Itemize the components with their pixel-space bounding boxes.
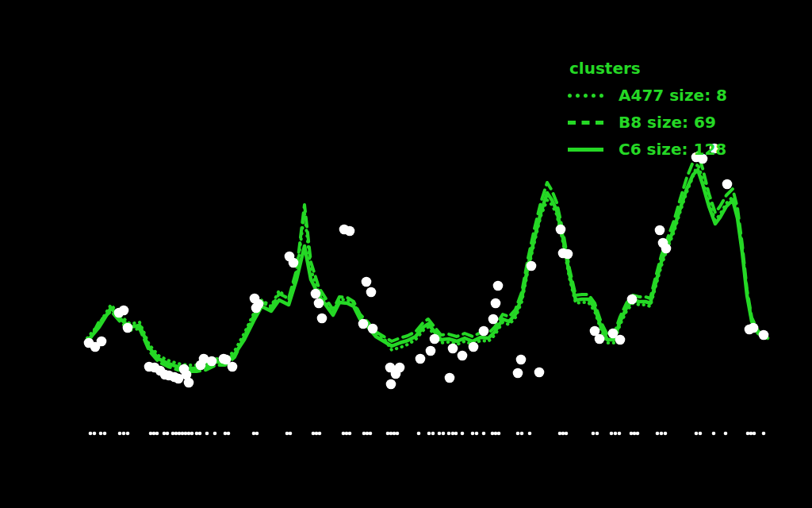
scatter-point [556, 225, 566, 235]
rug-dot [289, 432, 293, 436]
legend-label-c6: C6 size: 128 [619, 140, 726, 159]
scatter-point [184, 378, 194, 388]
rug-dot [610, 432, 614, 436]
rug-dot [528, 432, 532, 436]
rug-dot [312, 432, 316, 436]
solid-line-sample [568, 148, 603, 152]
scatter-point [317, 314, 327, 324]
rug-dot [475, 432, 479, 436]
rug-dot [178, 432, 182, 436]
rug-dot [362, 432, 366, 436]
scatter-point [563, 249, 573, 260]
scatter-point [97, 337, 107, 347]
rug-dot [454, 432, 458, 436]
rug-dot [369, 432, 373, 436]
legend-item-b8: B8 size: 69 [568, 109, 727, 136]
scatter-point [534, 368, 545, 378]
rug-dot [438, 432, 442, 436]
legend-label-a477: A477 size: 8 [619, 86, 727, 105]
rug-dot [656, 432, 660, 436]
rug-dot [342, 432, 346, 436]
scatter-point [527, 261, 537, 271]
rug-dot [366, 432, 370, 436]
rug-dot [762, 432, 766, 436]
rug-dot [155, 432, 159, 436]
rug-dot [753, 432, 756, 436]
scatter-point [366, 287, 377, 298]
rug-dot [497, 432, 501, 436]
rug-dot [520, 432, 524, 436]
scatter-point [655, 225, 665, 236]
rug-dot [396, 432, 400, 436]
series-line-a477 [87, 164, 764, 365]
scatter-point [314, 298, 324, 309]
rug-dot [592, 432, 596, 436]
scatter-point [416, 354, 426, 364]
rug-dot [103, 432, 107, 436]
scatter-point [123, 323, 133, 333]
scatter-point [491, 298, 501, 309]
scatter-point [479, 326, 489, 337]
rug-dot [695, 432, 699, 436]
scatter-point [627, 294, 638, 305]
rug-dot [618, 432, 622, 436]
rug-dot [315, 432, 319, 436]
rug-dot [746, 432, 750, 436]
legend-item-c6: C6 size: 128 [568, 136, 727, 163]
rug-dot [461, 432, 465, 436]
legend-item-a477: A477 size: 8 [568, 82, 727, 109]
scatter-point [345, 226, 355, 237]
legend: clusters A477 size: 8 B8 size: 69 C6 siz… [568, 59, 727, 163]
series-line-c6 [87, 170, 768, 368]
rug-dot [181, 432, 185, 436]
scatter-point [488, 314, 499, 325]
rug-dot [149, 432, 153, 436]
rug-dot [614, 432, 618, 436]
rug-dot [255, 432, 259, 436]
rug-dot [636, 432, 640, 436]
scatter-point [119, 306, 129, 316]
legend-title: clusters [569, 59, 727, 78]
rug-dot [393, 432, 396, 436]
rug-dot [491, 432, 495, 436]
scatter-point [445, 373, 455, 383]
scatter-point [615, 335, 626, 345]
scatter-point [386, 379, 396, 390]
rug-dot [699, 432, 703, 436]
scatter-point [458, 351, 468, 361]
scatter-point [358, 319, 369, 329]
scatter-point [395, 363, 405, 373]
rug-dot [174, 432, 178, 436]
rug-dot [348, 432, 352, 436]
scatter-point [722, 179, 733, 190]
rug-dot [724, 432, 728, 436]
rug-dot [184, 432, 188, 436]
legend-label-b8: B8 size: 69 [619, 113, 716, 132]
rug-dot [122, 432, 126, 436]
rug-dot [427, 432, 431, 436]
rug-dot [494, 432, 498, 436]
rug-dot [205, 432, 209, 436]
rug-dot [213, 432, 217, 436]
rug-dot [471, 432, 475, 436]
rug-dot [224, 432, 228, 436]
rug-dot [442, 432, 446, 436]
rug-dot [93, 432, 97, 436]
rug-dot [187, 432, 191, 436]
rug-dot [195, 432, 199, 436]
rug-dot [171, 432, 175, 436]
rug-dot [451, 432, 455, 436]
rug-dot [712, 432, 716, 436]
rug-dot [152, 432, 156, 436]
rug-dot [664, 432, 668, 436]
rug-dot [630, 432, 634, 436]
scatter-point [493, 281, 504, 291]
rug-dot [126, 432, 130, 436]
rug-dot [252, 432, 256, 436]
rug-dot [345, 432, 349, 436]
rug-dot [431, 432, 435, 436]
rug-dot [89, 432, 93, 436]
scatter-point [251, 303, 262, 314]
scatter-point [430, 334, 440, 344]
timeseries-cluster-plot: clusters A477 size: 8 B8 size: 69 C6 siz… [0, 0, 812, 508]
